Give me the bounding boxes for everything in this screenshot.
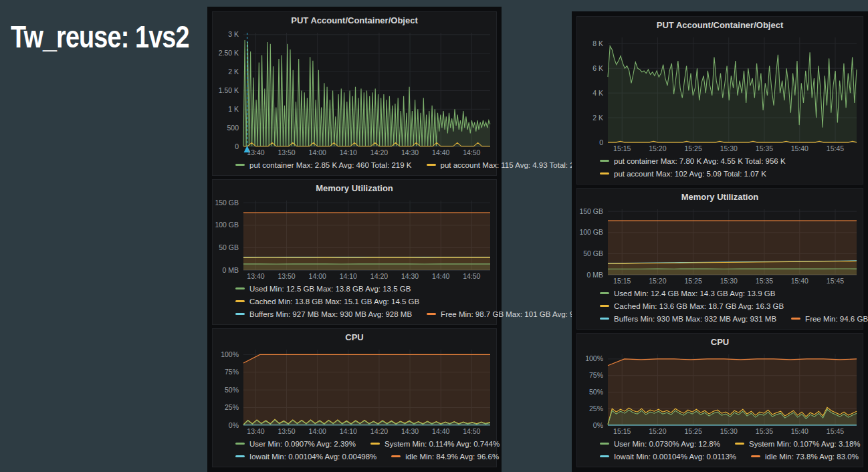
x-axis-label: 15:40 [791,144,808,152]
legend-item[interactable]: Iowait Min: 0.00104% Avg: 0.0113% [600,453,736,461]
legend-item[interactable]: put container Max: 2.85 K Avg: 460 Total… [235,161,412,169]
x-axis-label: 14:50 [463,427,480,435]
legend-row: put account Max: 102 Avg: 5.09 Total: 1.… [600,167,859,180]
x-axis-label: 13:40 [247,272,264,280]
legend-item[interactable]: Free Min: 94.6 GB Max: 102 GB Avg: 97.4 … [791,315,868,323]
y-axis-label: 100 GB [579,228,603,236]
legend-text: put account Max: 115 Avg: 4.93 Total: 2.… [441,161,592,169]
y-axis-label: 8 K [592,39,603,47]
y-axis-label: 0% [229,421,239,429]
legend-item[interactable]: Cached Min: 13.8 GB Max: 15.1 GB Avg: 14… [235,298,419,306]
x-axis-label: 13:50 [278,148,295,156]
timeseries-chart[interactable]: 0 MB50 GB100 GB150 GB15:1515:2015:2515:3… [577,205,863,286]
series-color-dash [235,164,245,166]
panel-title[interactable]: Memory Utilization [577,189,863,205]
chart-legend: User Min: 0.0907% Avg: 2.39%System Min: … [213,437,496,467]
series-color-dash [391,455,401,457]
series-color-dash [370,443,380,445]
x-axis-label: 14:10 [340,148,357,156]
series-color-dash [235,455,245,457]
chart-legend: Used Min: 12.4 GB Max: 14.3 GB Avg: 13.9… [577,286,863,329]
timeseries-chart[interactable]: 0%25%50%75%100%13:4013:5014:0014:1014:20… [213,345,496,437]
legend-row: Used Min: 12.5 GB Max: 13.8 GB Avg: 13.5… [235,282,492,295]
y-axis-label: 1 K [228,105,239,113]
legend-item[interactable]: User Min: 0.0907% Avg: 2.39% [235,440,356,448]
series-color-dash [427,313,436,315]
panel-title[interactable]: PUT Account/Container/Object [213,12,496,28]
legend-row: Cached Min: 13.8 GB Max: 15.1 GB Avg: 14… [235,295,492,308]
y-axis-label: 50 GB [583,249,603,257]
x-axis-label: 15:40 [791,427,808,435]
legend-row: Used Min: 12.4 GB Max: 14.3 GB Avg: 13.9… [600,287,859,300]
x-axis-label: 14:10 [340,427,357,435]
x-axis-label: 14:50 [463,148,480,156]
x-axis-label: 14:30 [401,272,419,280]
panel-title[interactable]: CPU [577,334,863,350]
series-color-dash [427,164,436,166]
x-axis-label: 15:20 [649,277,666,285]
x-axis-label: 15:45 [827,427,844,435]
legend-item[interactable]: Buffers Min: 927 MB Max: 930 MB Avg: 928… [235,310,412,318]
legend-row: Buffers Min: 930 MB Max: 932 MB Avg: 931… [600,312,859,325]
legend-item[interactable]: Iowait Min: 0.00104% Avg: 0.00498% [235,453,376,461]
legend-item[interactable]: User Min: 0.0730% Avg: 12.8% [600,440,720,448]
timeseries-chart[interactable]: 0 MB50 GB100 GB150 GB13:4013:5014:0014:1… [213,196,496,281]
legend-text: Buffers Min: 927 MB Max: 930 MB Avg: 928… [249,310,412,318]
x-axis-label: 15:35 [756,427,773,435]
x-axis-label: 15:25 [684,427,701,435]
x-axis-label: 15:15 [613,427,631,435]
y-axis-label: 1.50 K [219,86,239,94]
y-axis-label: 100% [585,354,603,362]
y-axis-label: 4 K [592,89,603,97]
legend-row: put container Max: 2.85 K Avg: 460 Total… [235,158,492,171]
x-axis-label: 14:30 [401,427,419,435]
legend-item[interactable]: System Min: 0.114% Avg: 0.744% [370,440,500,448]
legend-item[interactable]: Buffers Min: 930 MB Max: 932 MB Avg: 931… [600,315,776,323]
legend-item[interactable]: Used Min: 12.4 GB Max: 14.3 GB Avg: 13.9… [600,289,775,298]
y-axis-label: 0 MB [586,271,603,279]
timeseries-chart[interactable]: 02 K4 K6 K8 K15:1515:2015:2515:3015:3515… [577,33,863,154]
legend-text: idle Min: 84.9% Avg: 96.6% [405,453,499,461]
panel-title[interactable]: CPU [213,329,496,345]
series-fill-Used [243,264,490,270]
panel-memory-left: Memory Utilization 0 MB50 GB100 GB150 GB… [212,179,497,325]
panel-cpu-right: CPU 0%25%50%75%100%15:1515:2015:2515:301… [576,333,863,467]
y-axis-label: 0 MB [222,266,239,274]
y-axis-label: 0 [599,138,603,146]
x-axis-label: 15:45 [827,277,844,285]
series-color-dash [235,287,245,289]
series-color-dash [600,292,609,294]
legend-item[interactable]: put account Max: 102 Avg: 5.09 Total: 1.… [600,170,766,178]
legend-text: Cached Min: 13.8 GB Max: 15.1 GB Avg: 14… [249,298,419,306]
panel-cpu-left: CPU 0%25%50%75%100%13:4013:5014:0014:101… [212,328,497,467]
x-axis-label: 14:10 [340,272,357,280]
timeseries-chart[interactable]: 0%25%50%75%100%15:1515:2015:2515:3015:35… [577,350,863,437]
panel-title[interactable]: PUT Account/Container/Object [577,17,863,33]
legend-item[interactable]: idle Min: 73.8% Avg: 83.0% [751,453,859,461]
dashboard-column-right: PUT Account/Container/Object 02 K4 K6 K8… [572,11,868,472]
x-axis-label: 14:50 [463,272,480,280]
legend-item[interactable]: System Min: 0.107% Avg: 3.18% [735,440,861,448]
x-axis-label: 15:30 [720,144,738,152]
legend-item[interactable]: put account Max: 115 Avg: 4.93 Total: 2.… [427,161,592,169]
x-axis-label: 15:35 [756,277,773,285]
series-fill-Used [608,269,857,275]
legend-text: put container Max: 2.85 K Avg: 460 Total… [249,161,412,169]
y-axis-label: 2 K [592,114,603,122]
legend-item[interactable]: put container Max: 7.80 K Avg: 4.55 K To… [600,157,786,165]
timeseries-chart[interactable]: 05001 K1.50 K2 K2.50 K3 K13:4013:5014:00… [213,28,496,158]
x-axis-label: 15:25 [684,277,701,285]
legend-text: Free Min: 94.6 GB Max: 102 GB Avg: 97.4 … [805,315,868,323]
legend-item[interactable]: Cached Min: 13.6 GB Max: 18.7 GB Avg: 16… [600,302,784,310]
y-axis-label: 25% [589,404,603,412]
x-axis-label: 13:40 [247,148,264,156]
panel-title[interactable]: Memory Utilization [213,180,496,196]
y-axis-label: 2 K [228,68,239,76]
x-axis-label: 14:20 [370,427,388,435]
legend-item[interactable]: idle Min: 84.9% Avg: 96.6% [391,453,499,461]
legend-item[interactable]: Used Min: 12.5 GB Max: 13.8 GB Avg: 13.5… [235,285,411,293]
y-axis-label: 50 GB [219,243,239,251]
legend-text: System Min: 0.107% Avg: 3.18% [749,440,861,448]
x-axis-label: 14:40 [432,148,449,156]
x-axis-label: 15:15 [613,277,631,285]
